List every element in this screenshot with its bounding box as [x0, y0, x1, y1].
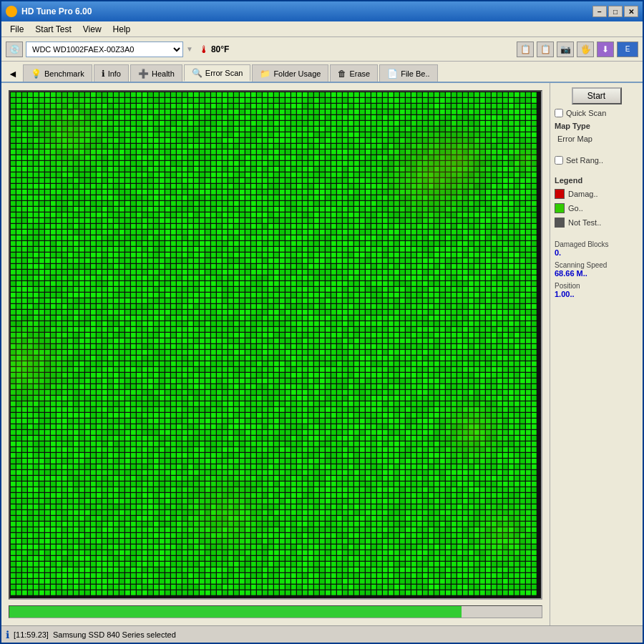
right-panel: Start Quick Scan Map Type Error Map Set …: [550, 83, 643, 625]
status-bar: ℹ [11:59.23] Samsung SSD 840 Series sele…: [1, 625, 643, 643]
temperature-value: 80°F: [211, 44, 229, 54]
quick-scan-row: Quick Scan: [555, 109, 638, 117]
quick-scan-label: Quick Scan: [566, 109, 606, 117]
tab-filebe-label: File Be..: [401, 69, 429, 78]
download-icon-btn[interactable]: ⬇: [597, 42, 614, 57]
menu-starttest[interactable]: Start Test: [29, 23, 77, 36]
damaged-blocks-label: Damaged Blocks: [555, 240, 638, 248]
set-range-row: Set Rang..: [555, 156, 638, 165]
filebe-icon: 📄: [387, 69, 398, 79]
position-stat: Position 1.00..: [555, 282, 638, 298]
menu-help[interactable]: Help: [107, 23, 137, 36]
menu-file[interactable]: File: [4, 23, 29, 36]
legend-good-label: Go..: [568, 204, 583, 213]
tab-errorscan-label: Error Scan: [205, 69, 243, 77]
app-icon: [6, 6, 17, 17]
scan-map-canvas: [10, 92, 541, 598]
hand-icon-btn[interactable]: 🖐: [577, 42, 594, 57]
progress-container: [9, 605, 542, 618]
maximize-button[interactable]: □: [608, 6, 623, 17]
position-value: 1.00..: [555, 290, 638, 298]
benchmark-icon: 💡: [31, 69, 42, 79]
tab-folderusage[interactable]: 📁 Folder Usage: [252, 64, 328, 82]
status-timestamp: [11:59.23]: [14, 630, 49, 639]
position-label: Position: [555, 282, 638, 290]
temperature-display: 🌡 80°F: [199, 44, 229, 55]
camera-icon-btn[interactable]: 📷: [557, 42, 574, 57]
progress-bar: [9, 606, 462, 618]
scanning-speed-stat: Scanning Speed 68.66 M..: [555, 261, 638, 278]
start-button[interactable]: Start: [572, 87, 622, 104]
extra-icon-btn[interactable]: E: [617, 42, 638, 57]
tab-benchmark-label: Benchmark: [44, 69, 84, 78]
copy-icon-btn[interactable]: 📋: [537, 42, 554, 57]
tab-erase-label: Erase: [349, 69, 370, 78]
map-type-label: Map Type: [555, 122, 638, 130]
drive-icon: 💿: [6, 42, 23, 57]
tab-health[interactable]: ➕ Health: [130, 64, 182, 82]
main-window: HD Tune Pro 6.00 − □ ✕ File Start Test V…: [0, 0, 644, 644]
erase-icon: 🗑: [338, 69, 346, 79]
minimize-button[interactable]: −: [592, 6, 607, 17]
tab-benchmark[interactable]: 💡 Benchmark: [23, 64, 92, 82]
tab-info[interactable]: ℹ Info: [94, 64, 129, 82]
info-icon: ℹ: [102, 69, 105, 79]
legend-nottested-label: Not Test..: [568, 218, 601, 227]
tab-filebe[interactable]: 📄 File Be..: [379, 64, 437, 82]
tab-health-label: Health: [152, 69, 175, 78]
legend-nottested-color: [555, 218, 565, 228]
menu-view[interactable]: View: [77, 23, 107, 36]
legend-label: Legend: [555, 176, 638, 185]
scan-map-container: [9, 90, 542, 600]
legend-good: Go..: [555, 203, 638, 213]
status-icon: ℹ: [6, 629, 9, 640]
set-range-checkbox[interactable]: [555, 156, 563, 165]
damaged-blocks-value: 0.: [555, 248, 638, 257]
close-button[interactable]: ✕: [624, 6, 638, 17]
content-area: Start Quick Scan Map Type Error Map Set …: [1, 83, 643, 625]
thermometer-icon: 🌡: [199, 44, 209, 55]
menu-bar: File Start Test View Help: [1, 21, 643, 37]
window-controls: − □ ✕: [592, 6, 638, 17]
scan-panel: [1, 83, 550, 625]
tab-folderusage-label: Folder Usage: [273, 69, 321, 78]
toolbar: 💿 WDC WD1002FAEX-00Z3A0 ▼ 🌡 80°F 📋 📋 📷 🖐…: [1, 37, 643, 62]
tab-prev-button[interactable]: ◄: [6, 66, 20, 82]
app-title: HD Tune Pro 6.00: [21, 6, 592, 16]
errorscan-icon: 🔍: [192, 68, 203, 78]
legend-damaged: Damag..: [555, 189, 638, 199]
tab-errorscan[interactable]: 🔍 Error Scan: [184, 64, 251, 82]
status-message: Samsung SSD 840 Series selected: [53, 630, 176, 639]
scanning-speed-label: Scanning Speed: [555, 261, 638, 269]
tab-info-label: Info: [108, 69, 121, 78]
legend-damaged-label: Damag..: [568, 190, 598, 198]
scanning-speed-value: 68.66 M..: [555, 269, 638, 278]
tab-erase[interactable]: 🗑 Erase: [330, 64, 378, 82]
title-bar: HD Tune Pro 6.00 − □ ✕: [1, 1, 643, 21]
damaged-blocks-stat: Damaged Blocks 0.: [555, 240, 638, 257]
legend-nottested: Not Test..: [555, 218, 638, 228]
quick-scan-checkbox[interactable]: [555, 109, 563, 117]
legend-good-color: [555, 203, 565, 213]
legend-damaged-color: [555, 189, 565, 199]
set-range-label: Set Rang..: [566, 156, 603, 165]
info-icon-btn[interactable]: 📋: [517, 42, 534, 57]
folder-icon: 📁: [260, 69, 270, 79]
tab-bar: ◄ 💡 Benchmark ℹ Info ➕ Health 🔍 Error Sc…: [1, 62, 643, 83]
health-icon: ➕: [138, 69, 149, 79]
drive-selector[interactable]: WDC WD1002FAEX-00Z3A0: [26, 42, 183, 57]
error-map-label: Error Map: [557, 135, 638, 143]
